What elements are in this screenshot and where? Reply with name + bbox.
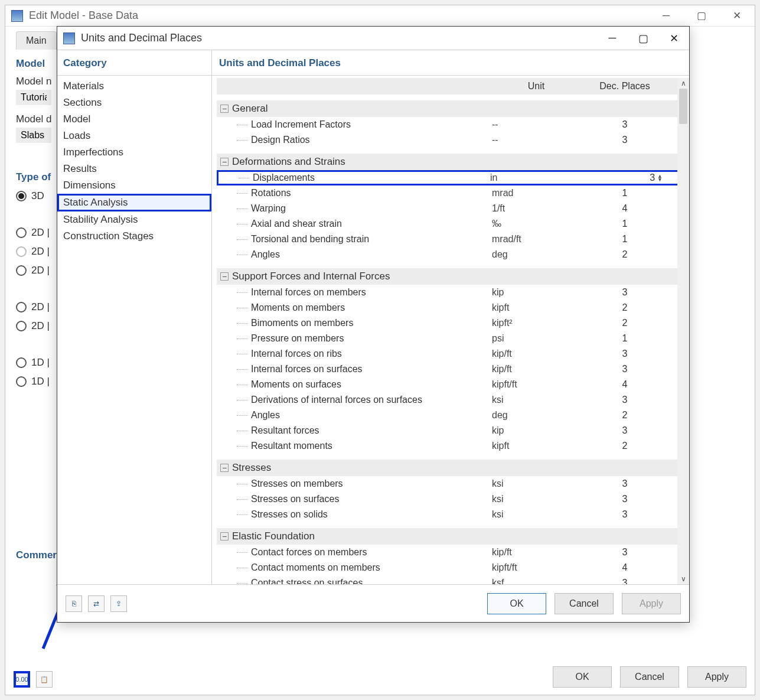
- unit-value[interactable]: ksi: [492, 395, 580, 405]
- dec-value[interactable]: 3: [580, 425, 669, 436]
- dec-value[interactable]: 3: [580, 135, 669, 145]
- unit-value[interactable]: kipft: [492, 302, 580, 313]
- dec-value[interactable]: 2: [580, 302, 669, 313]
- table-row[interactable]: Load Increment Factors--3: [217, 117, 684, 132]
- unit-value[interactable]: ksi: [492, 509, 580, 520]
- radio-circle-icon[interactable]: [16, 265, 27, 276]
- table-row[interactable]: Displacementsin3▲▼: [217, 170, 684, 185]
- dec-value[interactable]: 2: [580, 318, 669, 328]
- minimize-button[interactable]: ─: [648, 5, 684, 27]
- table-row[interactable]: Contact moments on memberskipft/ft4: [217, 560, 684, 575]
- close-button[interactable]: ✕: [719, 5, 755, 27]
- dec-value[interactable]: 4: [580, 203, 669, 214]
- table-row[interactable]: Warping1/ft4: [217, 201, 684, 216]
- table-row[interactable]: Stresses on solidsksi3: [217, 507, 684, 522]
- unit-value[interactable]: kip/ft: [492, 364, 580, 375]
- unit-value[interactable]: 1/ft: [492, 203, 580, 214]
- table-row[interactable]: Rotationsmrad1: [217, 185, 684, 201]
- dialog-ok-button[interactable]: OK: [487, 593, 546, 614]
- dec-value[interactable]: 3: [580, 578, 669, 584]
- paste-icon[interactable]: ⇄: [88, 595, 105, 612]
- dec-value[interactable]: 3: [580, 494, 669, 504]
- radio-circle-icon[interactable]: [16, 302, 27, 312]
- model-name-input[interactable]: [16, 90, 51, 105]
- table-row[interactable]: Contact stress on surfacesksf3: [217, 575, 684, 584]
- table-row[interactable]: Internal forces on ribskip/ft3: [217, 346, 684, 362]
- collapse-icon[interactable]: −: [220, 105, 229, 113]
- radio-circle-icon[interactable]: [16, 321, 27, 331]
- model-desc-input[interactable]: [16, 128, 51, 143]
- dialog-minimize-button[interactable]: ─: [597, 27, 628, 50]
- dialog-maximize-button[interactable]: ▢: [628, 27, 658, 50]
- collapse-icon[interactable]: −: [220, 158, 229, 166]
- unit-value[interactable]: kipft²: [492, 318, 580, 328]
- table-row[interactable]: Anglesdeg2: [217, 247, 684, 262]
- section-header[interactable]: −Elastic Foundation: [217, 528, 684, 545]
- dec-value[interactable]: 3: [580, 364, 669, 375]
- table-row[interactable]: Internal forces on memberskip3: [217, 285, 684, 300]
- table-row[interactable]: Resultant forceskip3: [217, 423, 684, 438]
- dec-value[interactable]: 1: [580, 219, 669, 229]
- dialog-apply-button[interactable]: Apply: [622, 593, 681, 614]
- dec-value[interactable]: 3: [580, 509, 669, 520]
- collapse-icon[interactable]: −: [220, 272, 229, 281]
- category-item-sections[interactable]: Sections: [57, 95, 211, 111]
- section-header[interactable]: −General: [217, 100, 684, 117]
- unit-value[interactable]: kip/ft: [492, 349, 580, 359]
- unit-value[interactable]: mrad: [492, 188, 580, 198]
- dec-value[interactable]: 1: [580, 333, 669, 344]
- category-item-static-analysis[interactable]: Static Analysis: [57, 194, 211, 211]
- table-row[interactable]: Derivations of internal forces on surfac…: [217, 392, 684, 408]
- unit-value[interactable]: kip/ft: [492, 547, 580, 558]
- scroll-thumb[interactable]: [679, 89, 687, 124]
- radio-circle-icon[interactable]: [16, 376, 27, 387]
- radio-circle-icon[interactable]: [16, 357, 27, 368]
- dec-value[interactable]: 2: [580, 441, 669, 451]
- unit-value[interactable]: deg: [492, 249, 580, 260]
- import-icon[interactable]: ⇪: [110, 595, 127, 612]
- unit-value[interactable]: kip: [492, 425, 580, 436]
- unit-value[interactable]: kipft/ft: [492, 562, 580, 573]
- unit-value[interactable]: kip: [492, 287, 580, 298]
- copy-icon[interactable]: ⎘: [66, 595, 82, 612]
- category-item-model[interactable]: Model: [57, 111, 211, 128]
- table-row[interactable]: Moments on memberskipft2: [217, 300, 684, 315]
- maximize-button[interactable]: ▢: [684, 5, 719, 27]
- unit-value[interactable]: ksi: [492, 494, 580, 504]
- unit-value[interactable]: psi: [492, 333, 580, 344]
- dec-value[interactable]: 2: [580, 410, 669, 421]
- dec-value[interactable]: 3: [580, 395, 669, 405]
- units-icon[interactable]: 0.00: [14, 671, 30, 688]
- dec-value[interactable]: 4: [580, 562, 669, 573]
- table-row[interactable]: Contact forces on memberskip/ft3: [217, 545, 684, 560]
- table-row[interactable]: Anglesdeg2: [217, 408, 684, 423]
- dec-value[interactable]: 1: [580, 234, 669, 245]
- category-item-imperfections[interactable]: Imperfections: [57, 144, 211, 161]
- unit-value[interactable]: ‰: [492, 219, 580, 229]
- outer-cancel-button[interactable]: Cancel: [620, 666, 679, 688]
- table-row[interactable]: Axial and shear strain‰1: [217, 216, 684, 232]
- category-item-dimensions[interactable]: Dimensions: [57, 177, 211, 194]
- section-header[interactable]: −Deformations and Strains: [217, 154, 684, 170]
- table-row[interactable]: Stresses on membersksi3: [217, 476, 684, 491]
- dec-value[interactable]: 1: [580, 188, 669, 198]
- dialog-cancel-button[interactable]: Cancel: [554, 593, 614, 614]
- table-row[interactable]: Internal forces on surfaceskip/ft3: [217, 362, 684, 377]
- unit-value[interactable]: kipft: [492, 441, 580, 451]
- unit-value[interactable]: ksi: [492, 478, 580, 489]
- scroll-up-icon[interactable]: ∧: [677, 78, 689, 89]
- table-row[interactable]: Stresses on surfacesksi3: [217, 491, 684, 507]
- dec-value[interactable]: 2: [580, 249, 669, 260]
- unit-value[interactable]: --: [492, 135, 580, 145]
- category-item-construction-stages[interactable]: Construction Stages: [57, 228, 211, 245]
- collapse-icon[interactable]: −: [220, 532, 229, 541]
- spinner-icon[interactable]: ▲▼: [657, 174, 663, 181]
- category-item-stability-analysis[interactable]: Stability Analysis: [57, 211, 211, 228]
- table-row[interactable]: Moments on surfaceskipft/ft4: [217, 377, 684, 392]
- unit-value[interactable]: kipft/ft: [492, 379, 580, 390]
- table-row[interactable]: Bimoments on memberskipft²2: [217, 315, 684, 331]
- dec-value[interactable]: 3: [580, 547, 669, 558]
- table-row[interactable]: Design Ratios--3: [217, 132, 684, 148]
- radio-circle-icon[interactable]: [16, 227, 27, 238]
- category-item-loads[interactable]: Loads: [57, 128, 211, 144]
